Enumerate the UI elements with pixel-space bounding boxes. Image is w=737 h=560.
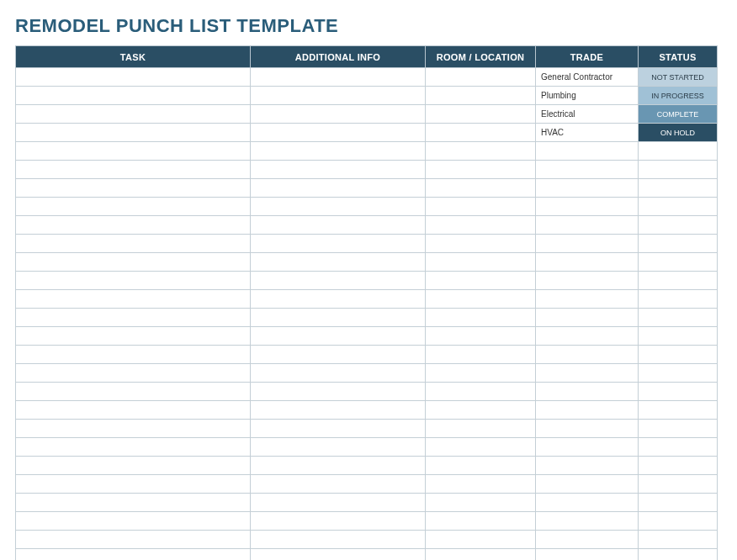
cell-room[interactable] [426, 272, 536, 290]
cell-status[interactable] [639, 309, 718, 327]
cell-task[interactable] [16, 346, 251, 364]
cell-info[interactable] [251, 364, 426, 383]
cell-status[interactable]: IN PROGRESS [639, 87, 718, 105]
cell-info[interactable] [251, 68, 426, 87]
cell-trade[interactable] [536, 475, 639, 494]
cell-status[interactable] [639, 457, 718, 475]
cell-status[interactable] [639, 346, 718, 364]
cell-status[interactable] [639, 179, 718, 198]
cell-info[interactable] [251, 475, 426, 494]
cell-room[interactable] [426, 549, 536, 561]
cell-trade[interactable] [536, 235, 639, 253]
cell-room[interactable] [426, 401, 536, 420]
cell-info[interactable] [251, 531, 426, 549]
cell-task[interactable] [16, 512, 251, 531]
cell-room[interactable] [426, 161, 536, 179]
cell-room[interactable] [426, 179, 536, 198]
cell-info[interactable] [251, 327, 426, 346]
cell-task[interactable] [16, 309, 251, 327]
cell-status[interactable] [639, 420, 718, 438]
cell-status[interactable] [639, 253, 718, 272]
cell-task[interactable] [16, 457, 251, 475]
cell-room[interactable] [426, 87, 536, 105]
cell-task[interactable] [16, 549, 251, 561]
cell-status[interactable] [639, 198, 718, 216]
cell-trade[interactable] [536, 401, 639, 420]
cell-info[interactable] [251, 87, 426, 105]
cell-trade[interactable] [536, 216, 639, 235]
cell-info[interactable] [251, 383, 426, 401]
cell-info[interactable] [251, 179, 426, 198]
cell-status[interactable] [639, 549, 718, 561]
cell-task[interactable] [16, 475, 251, 494]
cell-info[interactable] [251, 105, 426, 124]
cell-room[interactable] [426, 105, 536, 124]
cell-trade[interactable] [536, 253, 639, 272]
cell-info[interactable] [251, 309, 426, 327]
cell-info[interactable] [251, 512, 426, 531]
cell-status[interactable] [639, 216, 718, 235]
cell-task[interactable] [16, 235, 251, 253]
cell-room[interactable] [426, 420, 536, 438]
cell-task[interactable] [16, 198, 251, 216]
cell-status[interactable] [639, 142, 718, 161]
cell-task[interactable] [16, 438, 251, 457]
cell-trade[interactable] [536, 142, 639, 161]
cell-room[interactable] [426, 512, 536, 531]
cell-room[interactable] [426, 253, 536, 272]
cell-task[interactable] [16, 216, 251, 235]
cell-trade[interactable] [536, 179, 639, 198]
cell-room[interactable] [426, 438, 536, 457]
cell-info[interactable] [251, 290, 426, 309]
cell-trade[interactable] [536, 327, 639, 346]
cell-trade[interactable] [536, 364, 639, 383]
cell-status[interactable] [639, 401, 718, 420]
cell-trade[interactable]: Electrical [536, 105, 639, 124]
cell-task[interactable] [16, 68, 251, 87]
cell-trade[interactable]: Plumbing [536, 87, 639, 105]
cell-trade[interactable] [536, 346, 639, 364]
cell-info[interactable] [251, 438, 426, 457]
cell-room[interactable] [426, 475, 536, 494]
cell-room[interactable] [426, 124, 536, 142]
cell-status[interactable] [639, 383, 718, 401]
cell-info[interactable] [251, 494, 426, 512]
cell-status[interactable] [639, 364, 718, 383]
cell-task[interactable] [16, 272, 251, 290]
cell-trade[interactable] [536, 438, 639, 457]
cell-room[interactable] [426, 327, 536, 346]
cell-info[interactable] [251, 420, 426, 438]
cell-status[interactable] [639, 327, 718, 346]
cell-room[interactable] [426, 364, 536, 383]
cell-status[interactable]: COMPLETE [639, 105, 718, 124]
cell-room[interactable] [426, 383, 536, 401]
cell-trade[interactable] [536, 512, 639, 531]
cell-info[interactable] [251, 142, 426, 161]
cell-task[interactable] [16, 179, 251, 198]
cell-task[interactable] [16, 142, 251, 161]
cell-task[interactable] [16, 253, 251, 272]
cell-status[interactable] [639, 438, 718, 457]
cell-task[interactable] [16, 290, 251, 309]
cell-room[interactable] [426, 198, 536, 216]
cell-info[interactable] [251, 272, 426, 290]
cell-trade[interactable] [536, 198, 639, 216]
cell-room[interactable] [426, 290, 536, 309]
cell-room[interactable] [426, 235, 536, 253]
cell-status[interactable]: ON HOLD [639, 124, 718, 142]
cell-trade[interactable] [536, 494, 639, 512]
cell-trade[interactable] [536, 309, 639, 327]
cell-info[interactable] [251, 549, 426, 561]
cell-task[interactable] [16, 327, 251, 346]
cell-room[interactable] [426, 531, 536, 549]
cell-task[interactable] [16, 105, 251, 124]
cell-status[interactable] [639, 290, 718, 309]
cell-task[interactable] [16, 124, 251, 142]
cell-task[interactable] [16, 494, 251, 512]
cell-trade[interactable] [536, 531, 639, 549]
cell-info[interactable] [251, 401, 426, 420]
cell-status[interactable] [639, 272, 718, 290]
cell-status[interactable] [639, 531, 718, 549]
cell-room[interactable] [426, 494, 536, 512]
cell-task[interactable] [16, 531, 251, 549]
